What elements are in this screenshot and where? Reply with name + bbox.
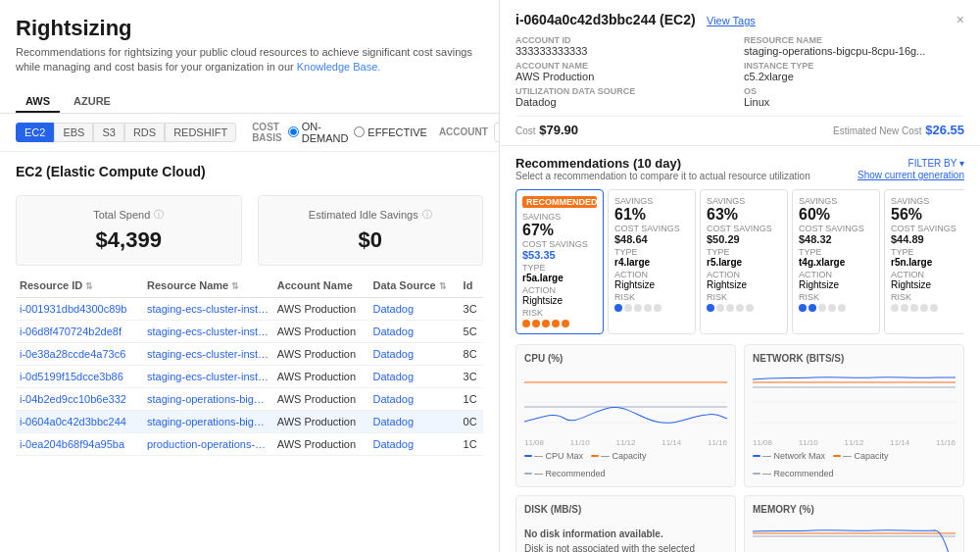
os-item: OS Linux (744, 86, 964, 108)
rec-title-block: Recommendations (10 day) Select a recomm… (515, 156, 810, 181)
rec-card-0[interactable]: RECOMMENDEDSAVINGS67%COST SAVINGS$53.35T… (515, 189, 604, 334)
table-row[interactable]: i-06d8f470724b2de8fstaging-ecs-cluster-i… (16, 320, 483, 342)
total-spend-label: Total Spend ⓘ (28, 208, 229, 222)
col-account-name[interactable]: Account Name (273, 274, 369, 298)
right-title-row: i-0604a0c42d3bbc244 (EC2) View Tags × (515, 12, 964, 27)
col-data-source[interactable]: Data Source ⇅ (368, 274, 459, 298)
resource-table: Resource ID ⇅ Resource Name ⇅ Account Na… (16, 274, 483, 456)
left-header: Rightsizing Recommendations for rightsiz… (0, 0, 499, 83)
table-row[interactable]: i-0d5199f15dcce3b86staging-ecs-cluster-i… (16, 365, 483, 387)
chart-1: NETWORK (BITS/S)11/0811/1011/1211/1411/1… (744, 344, 964, 487)
knowledge-base-link[interactable]: Knowledge Base. (297, 61, 381, 73)
tab-aws[interactable]: AWS (16, 91, 60, 113)
instance-type-item: INSTANCE TYPE c5.2xlarge (744, 61, 964, 82)
total-spend-card: Total Spend ⓘ $4,399 (16, 195, 242, 266)
legend-item: — Recommended (753, 469, 834, 478)
info-icon-2: ⓘ (422, 208, 432, 222)
account-group: ACCOUNT All Accounts (439, 123, 500, 142)
table-row[interactable]: i-001931dbd4300c89bstaging-ecs-cluster-i… (16, 297, 483, 320)
view-tags-link[interactable]: View Tags (707, 15, 756, 26)
filter-row: COST BASIS ON-DEMAND EFFECTIVE ACCOUNT A… (240, 120, 500, 145)
rec-cards: RECOMMENDEDSAVINGS67%COST SAVINGS$53.35T… (515, 189, 964, 334)
ec2-section: EC2 (Elastic Compute Cloud) (0, 152, 499, 187)
right-header: i-0604a0c42d3bbc244 (EC2) View Tags × AC… (500, 0, 980, 146)
col-resource-id[interactable]: Resource ID ⇅ (16, 274, 143, 298)
resource-title: i-0604a0c42d3bbc244 (EC2) View Tags (515, 12, 756, 27)
close-button[interactable]: × (956, 12, 964, 27)
charts-grid: CPU (%)11/0811/1011/1211/1411/16— CPU Ma… (500, 344, 980, 552)
left-panel: Rightsizing Recommendations for rightsiz… (0, 0, 500, 552)
legend-item: — Capacity (833, 451, 889, 461)
tab-ebs[interactable]: EBS (54, 123, 93, 142)
resource-table-container: Resource ID ⇅ Resource Name ⇅ Account Na… (0, 274, 499, 456)
idle-savings-card: Estimated Idle Savings ⓘ $0 (258, 195, 484, 266)
account-name-item: ACCOUNT NAME AWS Production (515, 61, 736, 82)
chart-3: MEMORY (%)11/0811/1011/1211/1411/16— Mem… (744, 495, 964, 552)
tab-azure[interactable]: AZURE (64, 91, 121, 113)
cost-row: Cost $79.90 Estimated New Cost $26.55 (515, 116, 964, 137)
tab-s3[interactable]: S3 (93, 123, 123, 142)
rec-card-2[interactable]: SAVINGS63%COST SAVINGS$50.29TYPEr5.large… (700, 189, 788, 334)
utilization-item: UTILIZATION DATA SOURCE Datadog (515, 86, 736, 108)
tab-rds[interactable]: RDS (124, 123, 165, 142)
filter-by-label[interactable]: FILTER BY ▾ (908, 158, 964, 169)
legend-item: — Capacity (591, 451, 647, 461)
col-resource-name[interactable]: Resource Name ⇅ (143, 274, 273, 298)
table-row[interactable]: i-0604a0c42d3bbc244staging-operations-bi… (16, 410, 483, 432)
metrics-row: Total Spend ⓘ $4,399 Estimated Idle Savi… (0, 187, 499, 274)
total-spend-value: $4,399 (28, 227, 229, 253)
cost-basis-on-demand[interactable]: ON-DEMAND (288, 121, 349, 144)
resource-info-grid: ACCOUNT ID 333333333333 RESOURCE NAME st… (515, 35, 964, 108)
cost-basis-group: COST BASIS ON-DEMAND EFFECTIVE (252, 121, 427, 144)
table-row[interactable]: i-04b2ed9cc10b6e332staging-operations-bi… (16, 387, 483, 410)
idle-savings-label: Estimated Idle Savings ⓘ (270, 208, 471, 222)
tab-redshift[interactable]: REDSHIFT (165, 123, 236, 142)
legend-item: — Network Max (753, 451, 825, 461)
page-title: Rightsizing (16, 16, 483, 41)
ec2-title: EC2 (Elastic Compute Cloud) (16, 164, 483, 179)
page-description: Recommendations for rightsizing your pub… (16, 45, 483, 75)
legend-item: — Recommended (524, 469, 606, 478)
legend-item: — CPU Max (524, 451, 583, 461)
cloud-tabs: AWS AZURE (0, 83, 499, 114)
resource-tabs: EC2 EBS S3 RDS REDSHIFT (16, 123, 236, 142)
col-id: Id (460, 274, 483, 298)
rec-card-1[interactable]: SAVINGS61%COST SAVINGS$48.64TYPEr4.large… (608, 189, 696, 334)
account-id-item: ACCOUNT ID 333333333333 (515, 35, 736, 57)
right-panel: i-0604a0c42d3bbc244 (EC2) View Tags × AC… (500, 0, 980, 552)
resource-name-item: RESOURCE NAME staging-operations-bigcpu-… (744, 35, 964, 57)
rec-card-3[interactable]: SAVINGS60%COST SAVINGS$48.32TYPEt4g.xlar… (792, 189, 880, 334)
chart-0: CPU (%)11/0811/1011/1211/1411/16— CPU Ma… (515, 344, 736, 487)
table-row[interactable]: i-0ea204b68f94a95baproduction-operations… (16, 432, 483, 455)
idle-savings-value: $0 (270, 227, 471, 253)
info-icon: ⓘ (154, 208, 164, 222)
cost-basis-effective[interactable]: EFFECTIVE (354, 126, 427, 138)
recommendations-section: Recommendations (10 day) Select a recomm… (500, 146, 980, 344)
current-cost: Cost $79.90 (515, 123, 578, 137)
rec-header: Recommendations (10 day) Select a recomm… (515, 156, 964, 181)
show-current-gen[interactable]: Show current generation (858, 170, 964, 180)
rec-filter-block: FILTER BY ▾ Show current generation (858, 156, 964, 180)
tab-ec2[interactable]: EC2 (16, 123, 54, 142)
table-row[interactable]: i-0e38a28ccde4a73c6staging-ecs-cluster-i… (16, 342, 483, 365)
new-cost: Estimated New Cost $26.55 (833, 123, 964, 137)
chart-2: DISK (MB/S)No disk information available… (515, 495, 736, 552)
rec-card-4[interactable]: SAVINGS56%COST SAVINGS$44.89TYPEr5n.larg… (884, 189, 964, 334)
